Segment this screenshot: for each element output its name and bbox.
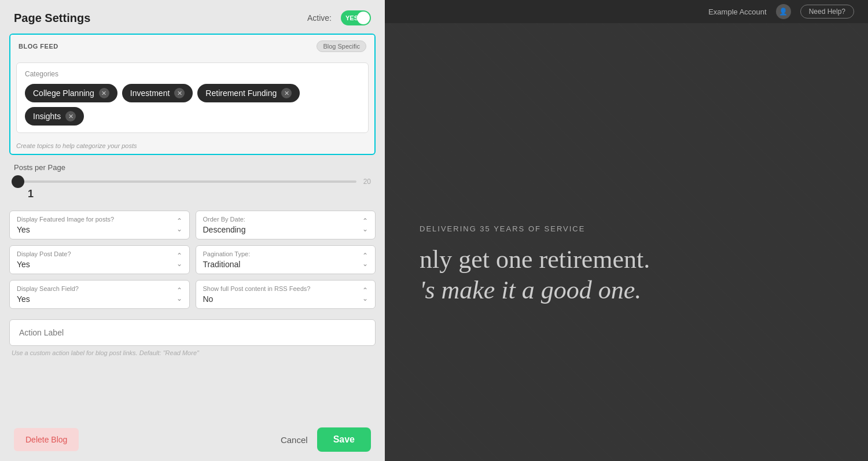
- dropdown-display-search-field[interactable]: Display Search Field? Yes ⌃⌄: [9, 280, 190, 309]
- cancel-button[interactable]: Cancel: [281, 435, 308, 445]
- toggle-yes-label: YES: [345, 14, 358, 21]
- delete-blog-button[interactable]: Delete Blog: [14, 428, 79, 451]
- dropdown-label-display-featured-image: Display Featured Image for posts?: [17, 216, 182, 223]
- panel-footer: Delete Blog Cancel Save: [0, 418, 385, 461]
- dropdown-value-pagination-type: Traditional: [203, 260, 369, 269]
- action-label-hint: Use a custom action label for blog post …: [9, 346, 376, 360]
- tag-retirement-funding[interactable]: Retirement Funding✕: [197, 84, 300, 102]
- categories-hint: Create topics to help categorize your po…: [10, 139, 374, 154]
- hero-background: DELIVERING 35 YEARS OF SERVICE nly get o…: [385, 23, 868, 461]
- tag-close-retirement-funding[interactable]: ✕: [281, 88, 292, 98]
- account-avatar: 👤: [776, 4, 791, 19]
- slider-track[interactable]: [14, 180, 356, 183]
- active-label: Active:: [307, 13, 332, 23]
- top-bar: Example Account 👤 Need Help?: [385, 0, 868, 23]
- hero-heading-line1: nly get one retirement.: [420, 245, 833, 275]
- dropdown-order-by-date[interactable]: Order By Date: Descending ⌃⌄: [196, 211, 376, 239]
- dropdown-rss-feeds[interactable]: Show full Post content in RSS Feeds? No …: [196, 280, 376, 309]
- dropdown-label-rss-feeds: Show full Post content in RSS Feeds?: [203, 285, 369, 292]
- website-content: WHO WE ARE SERVICES NEWS CONTACT CLIENT …: [385, 23, 868, 461]
- dropdown-label-pagination-type: Pagination Type:: [203, 250, 369, 257]
- categories-label: Categories: [25, 70, 360, 78]
- tag-close-insights[interactable]: ✕: [65, 111, 76, 121]
- dropdown-display-post-date[interactable]: Display Post Date? Yes ⌃⌄: [9, 245, 190, 274]
- website-preview: Example Account 👤 Need Help? WHO WE ARE …: [385, 0, 868, 461]
- dropdown-value-rss-feeds: No: [203, 294, 369, 304]
- tags-row: College Planning✕Investment✕Retirement F…: [25, 84, 360, 126]
- slider-container: 20: [14, 178, 371, 186]
- footer-button-group: Cancel Save: [281, 427, 371, 452]
- action-label-input[interactable]: [9, 319, 376, 346]
- active-toggle-container: Active: YES: [307, 10, 371, 25]
- posts-per-page-section: Posts per Page 20 1: [0, 155, 385, 205]
- panel-title: Page Settings: [14, 12, 90, 25]
- dropdown-label-order-by-date: Order By Date:: [203, 216, 369, 223]
- tag-insights[interactable]: Insights✕: [25, 107, 84, 126]
- tag-college-planning[interactable]: College Planning✕: [25, 84, 117, 102]
- panel-header: Page Settings Active: YES: [0, 0, 385, 34]
- dropdown-grid: Display Featured Image for posts? Yes ⌃⌄…: [0, 205, 385, 315]
- slider-max: 20: [363, 178, 371, 186]
- blog-feed-header: BLOG FEED Blog Specific: [10, 35, 374, 58]
- dropdown-arrow-display-search-field: ⌃⌄: [176, 286, 182, 303]
- slider-thumb[interactable]: [12, 175, 24, 188]
- dropdown-pagination-type[interactable]: Pagination Type: Traditional ⌃⌄: [196, 245, 376, 274]
- action-label-section: Use a custom action label for blog post …: [0, 315, 385, 362]
- hero-heading-line2: 's make it a good one.: [420, 275, 833, 306]
- dropdown-label-display-search-field: Display Search Field?: [17, 285, 182, 292]
- dropdown-value-display-featured-image: Yes: [17, 225, 182, 234]
- dropdown-label-display-post-date: Display Post Date?: [17, 250, 182, 257]
- tag-investment[interactable]: Investment✕: [122, 84, 193, 102]
- dropdown-display-featured-image[interactable]: Display Featured Image for posts? Yes ⌃⌄: [9, 211, 190, 239]
- categories-container: Categories College Planning✕Investment✕R…: [16, 62, 369, 133]
- blog-feed-label: BLOG FEED: [19, 43, 58, 50]
- dropdown-arrow-pagination-type: ⌃⌄: [362, 252, 368, 268]
- tag-close-college-planning[interactable]: ✕: [99, 88, 109, 98]
- hero-overlay: DELIVERING 35 YEARS OF SERVICE nly get o…: [385, 23, 868, 461]
- active-toggle[interactable]: YES: [341, 10, 371, 25]
- settings-panel: Page Settings Active: YES BLOG FEED Blog…: [0, 0, 385, 461]
- dropdown-value-display-post-date: Yes: [17, 260, 182, 269]
- posts-per-page-label: Posts per Page: [14, 163, 371, 172]
- dropdown-arrow-order-by-date: ⌃⌄: [362, 217, 368, 233]
- toggle-knob: [357, 12, 370, 24]
- dropdown-value-order-by-date: Descending: [203, 225, 369, 234]
- dropdown-arrow-display-post-date: ⌃⌄: [176, 252, 182, 268]
- dropdown-arrow-rss-feeds: ⌃⌄: [362, 286, 368, 303]
- save-button[interactable]: Save: [317, 427, 371, 452]
- dropdown-value-display-search-field: Yes: [17, 294, 182, 304]
- account-name: Example Account: [708, 8, 766, 16]
- dropdown-arrow-display-featured-image: ⌃⌄: [176, 217, 182, 233]
- tag-close-investment[interactable]: ✕: [174, 88, 185, 98]
- need-help-button[interactable]: Need Help?: [800, 5, 854, 19]
- slider-value: 1: [14, 186, 371, 202]
- blog-specific-badge: Blog Specific: [317, 40, 366, 52]
- blog-feed-section: BLOG FEED Blog Specific Categories Colle…: [9, 34, 376, 155]
- hero-eyebrow: DELIVERING 35 YEARS OF SERVICE: [420, 224, 833, 233]
